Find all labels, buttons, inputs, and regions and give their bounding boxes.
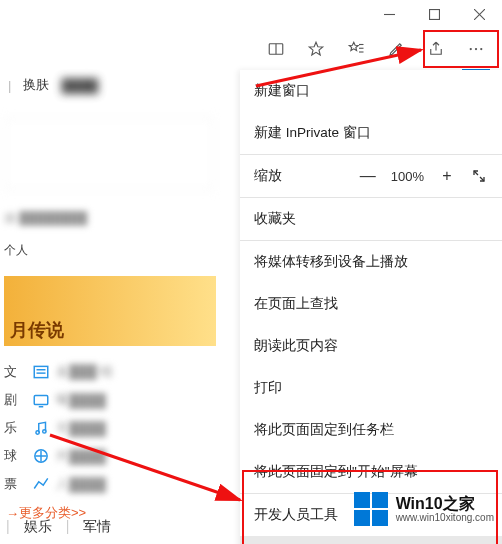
list-label: 文 [4,363,32,381]
favorite-button[interactable] [296,29,336,69]
ball-icon [32,447,50,465]
bottom-tab-entertainment[interactable]: 娱乐 [24,518,52,536]
blurred-content: ████ [61,78,98,93]
page-content: | 换肤 ████ 描 ████████ 个人 月传说 文 条███ 晴 剧 曝… [0,70,240,544]
banner-text: 月传说 [10,318,64,342]
menu-pin-taskbar[interactable]: 将此页面固定到任务栏 [240,409,502,451]
menu-new-window[interactable]: 新建窗口 [240,70,502,112]
fullscreen-button[interactable] [470,169,488,183]
svg-rect-14 [34,366,48,377]
tab-separator: | [6,518,10,536]
watermark-url: www.win10xitong.com [396,512,494,523]
svg-point-11 [470,48,472,50]
blurred-card [4,118,214,190]
zoom-label: 缩放 [254,167,282,185]
news-icon [32,363,50,381]
edge-more-menu: 新建窗口 新建 InPrivate 窗口 缩放 — 100% + 收藏夹 将媒体… [240,70,502,544]
favorites-list-button[interactable] [336,29,376,69]
svg-point-12 [475,48,477,50]
watermark: Win10之家 www.win10xitong.com [354,492,494,526]
more-menu-button[interactable] [456,29,496,69]
windows-logo-icon [354,492,388,526]
browser-toolbar [0,28,502,70]
person-label: 个人 [4,242,28,259]
list-label: 剧 [4,391,32,409]
svg-marker-7 [349,42,358,50]
list-label: 乐 [4,419,32,437]
list-item[interactable]: 票 人████ [4,470,216,498]
menu-favorites[interactable]: 收藏夹 [240,198,502,240]
menu-zoom: 缩放 — 100% + [240,155,502,197]
menu-print[interactable]: 打印 [240,367,502,409]
share-button[interactable] [416,29,456,69]
reading-view-button[interactable] [256,29,296,69]
svg-point-20 [43,430,46,433]
list-text: 条 [56,363,69,381]
tab-separator: | [8,78,11,93]
list-item[interactable]: 剧 曝████ [4,386,216,414]
svg-rect-1 [430,9,440,19]
list-text: 辛 [56,419,69,437]
menu-new-inprivate[interactable]: 新建 InPrivate 窗口 [240,112,502,154]
menu-find[interactable]: 在页面上查找 [240,283,502,325]
list-item[interactable]: 乐 辛████ [4,414,216,442]
svg-rect-17 [34,396,48,405]
chart-icon [32,475,50,493]
list-label: 票 [4,475,32,493]
list-item[interactable]: 球 外████ [4,442,216,470]
tv-icon [32,391,50,409]
svg-point-13 [480,48,482,50]
skin-tab[interactable]: 换肤 [23,76,49,94]
window-close-button[interactable] [457,0,502,28]
list-text: 外 [56,447,69,465]
watermark-title: Win10之家 [396,495,494,513]
music-icon [32,419,50,437]
blurred-row: 描 ████████ [4,210,87,227]
svg-marker-6 [309,42,323,55]
list-item[interactable]: 文 条███ 晴 [4,358,216,386]
promo-banner[interactable]: 月传说 [4,276,216,346]
svg-point-19 [36,431,39,434]
menu-cast[interactable]: 将媒体转移到设备上播放 [240,241,502,283]
tab-separator: | [66,518,70,536]
list-label: 球 [4,447,32,465]
window-minimize-button[interactable] [367,0,412,28]
bottom-tab-military[interactable]: 军情 [83,518,111,536]
window-maximize-button[interactable] [412,0,457,28]
zoom-out-button[interactable]: — [359,167,377,185]
category-list: 文 条███ 晴 剧 曝████ 乐 辛████ 球 外████ 票 人████… [4,358,216,522]
zoom-value: 100% [391,169,424,184]
menu-pin-start[interactable]: 将此页面固定到"开始"屏幕 [240,451,502,493]
web-notes-button[interactable] [376,29,416,69]
menu-open-ie[interactable]: 使用 Internet Explorer 打开 [240,536,502,544]
list-text: 人 [56,475,69,493]
zoom-in-button[interactable]: + [438,167,456,185]
menu-read-aloud[interactable]: 朗读此页内容 [240,325,502,367]
list-text: 曝 [56,391,69,409]
